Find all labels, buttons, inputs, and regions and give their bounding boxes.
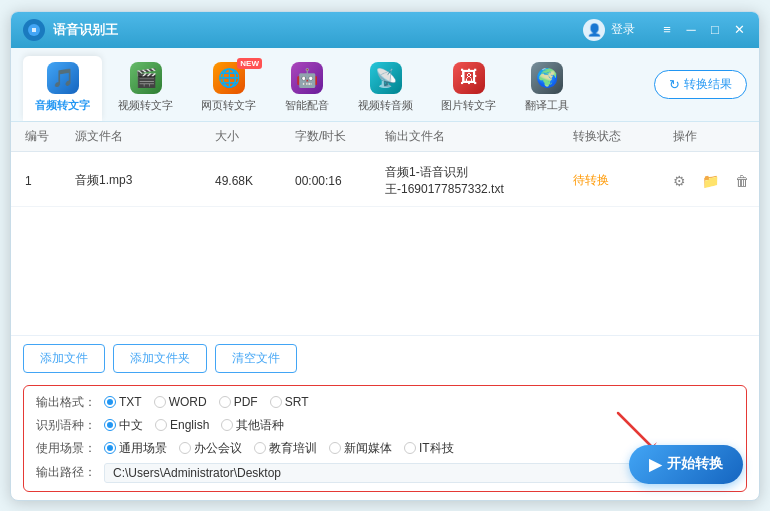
lang-en[interactable]: English	[155, 418, 209, 432]
start-convert-button[interactable]: ▶ 开始转换	[629, 445, 743, 484]
new-badge: NEW	[237, 58, 262, 69]
tab-video[interactable]: 🎬 视频转文字	[106, 56, 185, 121]
minimize-button[interactable]: ─	[683, 22, 699, 38]
lang-other[interactable]: 其他语种	[221, 417, 284, 434]
scene-news[interactable]: 新闻媒体	[329, 440, 392, 457]
format-txt-label: TXT	[119, 395, 142, 409]
tab-vidaudio[interactable]: 📡 视频转音频	[346, 56, 425, 121]
format-srt-label: SRT	[285, 395, 309, 409]
lang-radio-group: 中文 English 其他语种	[104, 417, 284, 434]
scene-it[interactable]: IT科技	[404, 440, 454, 457]
path-label: 输出路径：	[36, 464, 96, 481]
start-convert-label: 开始转换	[667, 455, 723, 473]
scene-edu-label: 教育培训	[269, 440, 317, 457]
tab-audio-label: 音频转文字	[35, 98, 90, 113]
tab-img[interactable]: 🖼 图片转文字	[429, 56, 508, 121]
add-folder-button[interactable]: 添加文件夹	[113, 344, 207, 373]
action-icons: ⚙ 📁 🗑	[669, 173, 749, 189]
row-duration: 00:00:16	[291, 174, 381, 188]
translate-icon: 🌍	[531, 62, 563, 94]
titlebar: 语音识别王 👤 登录 ≡ ─ □ ✕	[11, 12, 759, 48]
radio-zh-circle	[104, 419, 116, 431]
window-body: 编号 源文件名 大小 字数/时长 输出文件名 转换状态 操作 1 音频1.mp3…	[11, 122, 759, 500]
radio-it-circle	[404, 442, 416, 454]
col-id: 编号	[21, 128, 71, 145]
lang-en-label: English	[170, 418, 209, 432]
ai-icon: 🤖	[291, 62, 323, 94]
menu-button[interactable]: ≡	[659, 22, 675, 38]
tab-translate-label: 翻译工具	[525, 98, 569, 113]
col-duration: 字数/时长	[291, 128, 381, 145]
tab-audio[interactable]: 🎵 音频转文字	[23, 56, 102, 121]
tab-img-label: 图片转文字	[441, 98, 496, 113]
settings-icon[interactable]: ⚙	[669, 173, 690, 189]
row-source: 音频1.mp3	[71, 172, 211, 189]
radio-word-circle	[154, 396, 166, 408]
table-row: 1 音频1.mp3 49.68K 00:00:16 音频1-语音识别王-1690…	[11, 156, 759, 207]
main-window: 语音识别王 👤 登录 ≡ ─ □ ✕ 🎵 音频转文字 🎬 视频转文字 NEW 🌐…	[10, 11, 760, 501]
table-header: 编号 源文件名 大小 字数/时长 输出文件名 转换状态 操作	[11, 122, 759, 152]
maximize-button[interactable]: □	[707, 22, 723, 38]
refresh-icon: ↻	[669, 77, 680, 92]
tab-ai[interactable]: 🤖 智能配音	[272, 56, 342, 121]
video-icon: 🎬	[130, 62, 162, 94]
scene-news-label: 新闻媒体	[344, 440, 392, 457]
close-button[interactable]: ✕	[731, 22, 747, 38]
user-area: 👤 登录	[583, 19, 635, 41]
play-icon: ▶	[649, 455, 661, 474]
table-body: 1 音频1.mp3 49.68K 00:00:16 音频1-语音识别王-1690…	[11, 152, 759, 335]
audio-icon: 🎵	[47, 62, 79, 94]
tab-video-label: 视频转文字	[118, 98, 173, 113]
row-id: 1	[21, 174, 71, 188]
format-pdf-label: PDF	[234, 395, 258, 409]
tab-ai-label: 智能配音	[285, 98, 329, 113]
scene-office-label: 办公会议	[194, 440, 242, 457]
vidaudio-icon: 📡	[370, 62, 402, 94]
lang-other-label: 其他语种	[236, 417, 284, 434]
row-output: 音频1-语音识别王-1690177857332.txt	[381, 164, 569, 198]
tab-web[interactable]: NEW 🌐 网页转文字	[189, 56, 268, 121]
add-file-button[interactable]: 添加文件	[23, 344, 105, 373]
format-word[interactable]: WORD	[154, 395, 207, 409]
format-txt[interactable]: TXT	[104, 395, 142, 409]
scene-it-label: IT科技	[419, 440, 454, 457]
scene-label: 使用场景：	[36, 440, 96, 457]
bottom-buttons: 添加文件 添加文件夹 清空文件	[11, 335, 759, 381]
radio-en-circle	[155, 419, 167, 431]
delete-icon[interactable]: 🗑	[731, 173, 753, 189]
scene-general[interactable]: 通用场景	[104, 440, 167, 457]
radio-srt-circle	[270, 396, 282, 408]
scene-general-label: 通用场景	[119, 440, 167, 457]
content-area: 编号 源文件名 大小 字数/时长 输出文件名 转换状态 操作 1 音频1.mp3…	[11, 122, 759, 335]
row-size: 49.68K	[211, 174, 291, 188]
lang-zh[interactable]: 中文	[104, 417, 143, 434]
col-size: 大小	[211, 128, 291, 145]
tab-vidaudio-label: 视频转音频	[358, 98, 413, 113]
radio-txt-circle	[104, 396, 116, 408]
convert-result-label: 转换结果	[684, 76, 732, 93]
col-status: 转换状态	[569, 128, 669, 145]
scene-edu[interactable]: 教育培训	[254, 440, 317, 457]
app-title: 语音识别王	[53, 21, 583, 39]
col-source: 源文件名	[71, 128, 211, 145]
col-output: 输出文件名	[381, 128, 569, 145]
radio-news-circle	[329, 442, 341, 454]
start-button-container: ▶ 开始转换	[629, 445, 743, 484]
convert-result-button[interactable]: ↻ 转换结果	[654, 70, 747, 99]
tab-translate[interactable]: 🌍 翻译工具	[512, 56, 582, 121]
format-radio-group: TXT WORD PDF SRT	[104, 395, 308, 409]
img-icon: 🖼	[453, 62, 485, 94]
lang-label: 识别语种：	[36, 417, 96, 434]
avatar: 👤	[583, 19, 605, 41]
format-srt[interactable]: SRT	[270, 395, 309, 409]
format-pdf[interactable]: PDF	[219, 395, 258, 409]
lang-zh-label: 中文	[119, 417, 143, 434]
scene-office[interactable]: 办公会议	[179, 440, 242, 457]
folder-icon[interactable]: 📁	[698, 173, 723, 189]
clear-files-button[interactable]: 清空文件	[215, 344, 297, 373]
tab-web-label: 网页转文字	[201, 98, 256, 113]
format-word-label: WORD	[169, 395, 207, 409]
arrow-indicator	[613, 408, 653, 448]
user-label[interactable]: 登录	[611, 21, 635, 38]
radio-edu-circle	[254, 442, 266, 454]
